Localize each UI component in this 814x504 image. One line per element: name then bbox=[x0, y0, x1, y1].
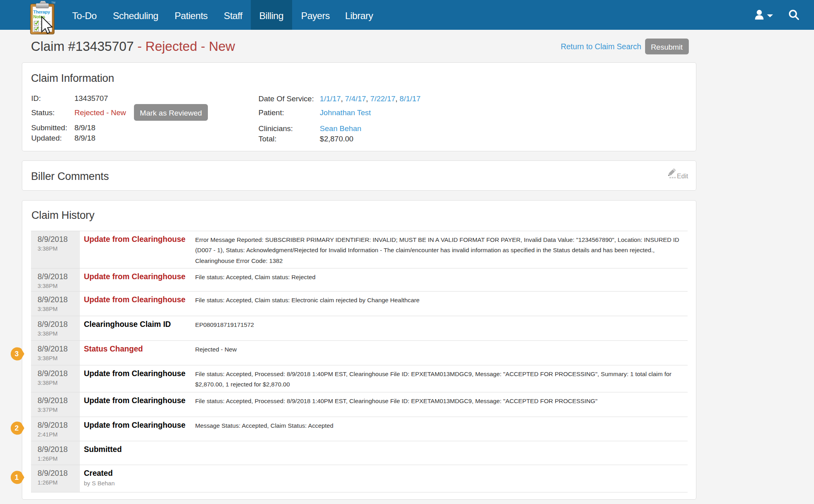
svg-text:Therapy: Therapy bbox=[33, 10, 50, 14]
svg-text:TM: TM bbox=[51, 1, 55, 4]
